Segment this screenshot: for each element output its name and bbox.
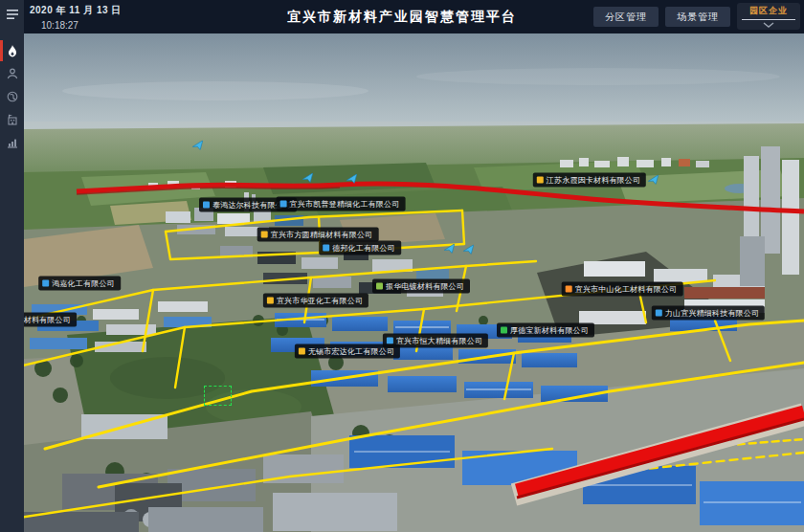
active-indicator: [0, 40, 3, 61]
company-label[interactable]: 无锡市宏达化工有限公司: [295, 344, 400, 359]
app-root: 2020 年 11 月 13 日 10:18:27 宜兴市新材料产业园智慧管理平…: [0, 0, 804, 532]
company-label-text: 宜兴市中山化工材料有限公司: [575, 284, 678, 295]
company-label-text: 厚德宝新材料有限公司: [510, 325, 589, 336]
company-marker-icon: [267, 298, 274, 304]
sidebar-item-statistics[interactable]: [0, 131, 24, 154]
company-label-text: 江苏永霞因卡材料有限公司: [547, 175, 640, 186]
chevron-down-icon: [763, 22, 774, 28]
company-marker-icon: [537, 177, 544, 184]
company-label[interactable]: 宜兴市凯普登精细化工有限公司: [277, 197, 406, 211]
plane-icon: [346, 174, 359, 186]
company-marker-icon: [376, 283, 383, 290]
user-icon: [7, 68, 18, 79]
company-label[interactable]: 江苏永霞因卡材料有限公司: [533, 173, 646, 188]
company-marker-icon: [501, 327, 507, 334]
company-marker-icon: [203, 202, 210, 209]
company-label-text: 德邦化工有限公司: [332, 243, 395, 254]
scene-manage-button[interactable]: 场景管理: [665, 7, 730, 27]
company-label-text: 无锡市宏达化工有限公司: [308, 346, 394, 357]
top-bar: 2020 年 11 月 13 日 10:18:27 宜兴市新材料产业园智慧管理平…: [24, 0, 804, 33]
company-label[interactable]: 宜兴市方圆精细材料有限公司: [257, 228, 379, 242]
sidebar-item-personnel[interactable]: [0, 62, 24, 85]
company-label[interactable]: 振华电镀材料有限公司: [372, 279, 470, 294]
company-label[interactable]: 力山宜兴精细科技有限公司: [652, 306, 765, 321]
company-marker-icon: [387, 338, 393, 344]
company-marker-icon: [42, 280, 49, 287]
company-label-text: 力山宜兴精细科技有限公司: [665, 308, 759, 319]
company-label[interactable]: 市防腐材料有限公司: [24, 313, 77, 327]
dropdown-divider: [742, 19, 795, 20]
sidebar-item-menu[interactable]: [0, 3, 24, 26]
current-time: 10:18:27: [41, 20, 122, 31]
menu-icon: [6, 9, 19, 20]
plane-icon: [462, 245, 476, 256]
building-icon: [7, 114, 18, 125]
company-marker-icon: [299, 348, 305, 355]
page-title: 宜兴市新材料产业园智慧管理平台: [287, 9, 517, 26]
company-label-text: 鸿嘉化工有限公司: [52, 278, 115, 289]
map-3d-view[interactable]: 泰鸿达尔科技有限公司宜兴市凯普登精细化工有限公司宜兴市方圆精细材料有限公司德邦化…: [24, 33, 804, 532]
current-date: 2020 年 11 月 13 日: [30, 4, 122, 17]
plane-icon: [302, 173, 315, 185]
company-marker-icon: [566, 286, 572, 293]
zone-manage-button[interactable]: 分区管理: [593, 7, 659, 27]
company-label-text: 宜兴市华亚化工有限公司: [277, 296, 363, 306]
flame-icon: [7, 45, 18, 57]
company-label[interactable]: 宜兴市华亚化工有限公司: [263, 294, 368, 308]
company-label[interactable]: 德邦化工有限公司: [319, 241, 401, 255]
company-label[interactable]: 鸿嘉化工有限公司: [38, 277, 121, 291]
sidebar-item-enterprise[interactable]: [0, 108, 24, 131]
datetime-block: 2020 年 11 月 13 日 10:18:27: [30, 4, 122, 31]
company-label[interactable]: 厚德宝新材料有限公司: [497, 323, 594, 338]
company-label-text: 宜兴市恒大精细有限公司: [396, 336, 482, 346]
sidebar-item-alarm[interactable]: [0, 39, 24, 62]
sidebar-item-energy[interactable]: [0, 85, 24, 108]
park-enterprise-dropdown[interactable]: 园区企业: [737, 3, 800, 30]
company-label[interactable]: 宜兴市中山化工材料有限公司: [562, 282, 683, 297]
company-label-text: 市防腐材料有限公司: [24, 315, 71, 325]
company-label-text: 宜兴市凯普登精细化工有限公司: [290, 199, 400, 210]
company-label-text: 宜兴市方圆精细材料有限公司: [271, 230, 373, 240]
company-marker-icon: [261, 232, 268, 238]
topbar-actions: 分区管理 场景管理 园区企业: [593, 0, 800, 33]
company-marker-icon: [323, 245, 329, 252]
swirl-icon: [7, 91, 18, 102]
selection-box: [204, 386, 232, 406]
sidebar: [0, 0, 24, 532]
company-label-text: 振华电镀材料有限公司: [386, 281, 464, 292]
plane-icon: [647, 175, 660, 187]
dropdown-label: 园区企业: [749, 5, 788, 17]
plane-icon: [443, 244, 457, 255]
company-marker-icon: [656, 310, 662, 317]
plane-icon: [191, 141, 205, 152]
company-marker-icon: [280, 201, 287, 208]
bar-chart-icon: [7, 137, 18, 148]
